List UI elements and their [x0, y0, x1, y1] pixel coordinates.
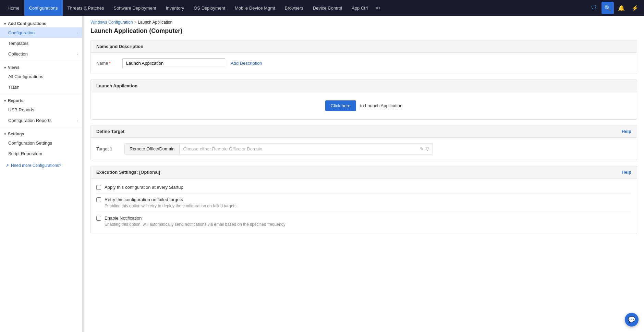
startup-checkbox[interactable] — [96, 185, 101, 190]
execution-settings-section: Execution Settings: [Optional] Help Appl… — [90, 166, 637, 233]
name-description-body: Name* Add Description — [91, 53, 637, 74]
launch-application-section: Launch Application Click here to Launch … — [90, 79, 637, 120]
nav-browsers[interactable]: Browsers — [280, 0, 308, 16]
name-description-section: Name and Description Name* Add Descripti… — [90, 40, 637, 74]
click-here-button[interactable]: Click here — [325, 100, 356, 111]
sidebar-item-usb-reports[interactable]: USB Reports — [0, 104, 82, 115]
nav-device-control[interactable]: Device Control — [308, 0, 347, 16]
main-content: Windows Configuration > Launch Applicati… — [84, 16, 644, 332]
nav-os-deployment[interactable]: OS Deployment — [189, 0, 230, 16]
target-body: Target 1 Remote Office/Domain Choose eit… — [91, 138, 637, 160]
nav-more[interactable]: ••• — [373, 0, 383, 16]
reports-chevron-icon: ▾ — [4, 99, 6, 103]
sidebar-item-all-configurations[interactable]: All Configurations — [0, 71, 82, 82]
arrow-right-icon: › — [76, 31, 78, 35]
sidebar-section-views[interactable]: ▾ Views — [0, 62, 82, 71]
launch-application-header: Launch Application — [91, 80, 637, 92]
sidebar-item-configuration-settings[interactable]: Configuration Settings — [0, 138, 82, 148]
need-more-configurations[interactable]: ↗ Need more Configurations? — [0, 159, 82, 172]
launch-application-title: Launch Application — [96, 83, 137, 88]
define-target-title: Define Target — [96, 129, 124, 134]
sidebar-item-script-repository[interactable]: Script Repository — [0, 148, 82, 159]
templates-label: Templates — [8, 41, 28, 46]
name-input[interactable] — [122, 58, 225, 68]
required-asterisk: * — [109, 61, 111, 66]
sidebar-section-add-configurations[interactable]: ▾ Add Configurations — [0, 19, 82, 27]
settings-chevron-icon: ▾ — [4, 132, 6, 136]
edit-icon[interactable]: ✎ — [420, 146, 424, 151]
execution-settings-header: Execution Settings: [Optional] Help — [91, 166, 637, 179]
script-repository-label: Script Repository — [8, 151, 42, 156]
exec-checkbox-retry: Retry this configuration on failed targe… — [96, 197, 631, 202]
launch-app-text: to Launch Application — [360, 103, 403, 108]
config-reports-arrow-icon: › — [76, 119, 78, 123]
lightning-icon[interactable]: ⚡ — [629, 2, 641, 14]
target-placeholder: Choose either Remote Office or Domain — [183, 146, 417, 151]
filter-icon[interactable]: ▽ — [426, 146, 429, 151]
target-icons: ✎ ▽ — [420, 146, 429, 151]
target-label: Target 1 — [96, 146, 120, 151]
target-inner: Remote Office/Domain Choose either Remot… — [124, 143, 433, 155]
sidebar: ▾ Add Configurations Configuration › Tem… — [0, 16, 82, 332]
chevron-down-icon: ▾ — [4, 22, 6, 26]
name-field-label: Name* — [96, 61, 117, 66]
sidebar-section-settings[interactable]: ▾ Settings — [0, 129, 82, 138]
define-target-header: Define Target Help — [91, 125, 637, 138]
exec-row-notification: Enable Notification Enabling this option… — [96, 212, 631, 230]
target-select-area[interactable]: Choose either Remote Office or Domain ✎ … — [180, 145, 433, 153]
usb-reports-label: USB Reports — [8, 107, 34, 112]
launch-application-body: Click here to Launch Application — [91, 92, 637, 119]
external-link-icon: ↗ — [5, 163, 9, 168]
add-description-link[interactable]: Add Description — [231, 61, 262, 66]
target-row: Target 1 Remote Office/Domain Choose eit… — [96, 143, 631, 155]
nav-configurations[interactable]: Configurations — [24, 0, 63, 16]
execution-settings-help-link[interactable]: Help — [622, 170, 631, 175]
nav-home[interactable]: Home — [3, 0, 24, 16]
top-nav: Home Configurations Threats & Patches So… — [0, 0, 644, 16]
exec-row-startup: Apply this configuration at every Startu… — [96, 181, 631, 193]
add-configurations-label: Add Configurations — [8, 21, 46, 26]
configuration-label: Configuration — [8, 30, 35, 35]
search-icon[interactable]: 🔍 — [602, 2, 614, 14]
sidebar-item-templates[interactable]: Templates — [0, 38, 82, 49]
nav-inventory[interactable]: Inventory — [161, 0, 189, 16]
breadcrumb-parent[interactable]: Windows Configuration — [90, 20, 133, 25]
sidebar-item-trash[interactable]: Trash — [0, 82, 82, 93]
sidebar-item-configuration-reports[interactable]: Configuration Reports › — [0, 115, 82, 126]
nav-threats-patches[interactable]: Threats & Patches — [63, 0, 109, 16]
chat-bubble[interactable]: 💬 — [625, 313, 639, 327]
divider-1 — [0, 61, 82, 61]
trash-label: Trash — [8, 85, 20, 90]
settings-label: Settings — [8, 132, 24, 136]
sidebar-section-reports[interactable]: ▾ Reports — [0, 96, 82, 104]
define-target-help-link[interactable]: Help — [622, 129, 631, 134]
execution-settings-title: Execution Settings: [Optional] — [96, 170, 160, 175]
exec-row-retry: Retry this configuration on failed targe… — [96, 193, 631, 212]
name-row: Name* Add Description — [96, 58, 631, 68]
shield-icon[interactable]: 🛡 — [588, 2, 600, 14]
notification-label: Enable Notification — [105, 216, 142, 221]
sidebar-item-collection[interactable]: Collection › — [0, 49, 82, 59]
page-title: Launch Application (Computer) — [84, 26, 644, 40]
sidebar-item-configuration[interactable]: Configuration › — [0, 27, 82, 38]
divider-3 — [0, 127, 82, 127]
startup-label: Apply this configuration at every Startu… — [105, 185, 183, 190]
nav-mobile-device[interactable]: Mobile Device Mgmt — [230, 0, 280, 16]
name-description-title: Name and Description — [96, 44, 143, 49]
define-target-section: Define Target Help Target 1 Remote Offic… — [90, 125, 637, 160]
bell-icon[interactable]: 🔔 — [615, 2, 628, 14]
nav-app-ctrl[interactable]: App Ctrl — [347, 0, 373, 16]
retry-description: Enabling this option will retry to deplo… — [105, 204, 631, 208]
retry-checkbox[interactable] — [96, 197, 101, 202]
execution-body: Apply this configuration at every Startu… — [91, 179, 637, 233]
collection-arrow-icon: › — [76, 52, 78, 56]
notification-description: Enabling this option, will automatically… — [105, 222, 631, 227]
configuration-reports-label: Configuration Reports — [8, 118, 51, 123]
collection-label: Collection — [8, 51, 28, 57]
main-layout: ▾ Add Configurations Configuration › Tem… — [0, 16, 644, 332]
nav-software-deployment[interactable]: Software Deployment — [109, 0, 161, 16]
notification-checkbox[interactable] — [96, 216, 101, 221]
target-type-label: Remote Office/Domain — [125, 144, 180, 154]
configuration-settings-label: Configuration Settings — [8, 140, 52, 146]
breadcrumb: Windows Configuration > Launch Applicati… — [84, 16, 644, 26]
